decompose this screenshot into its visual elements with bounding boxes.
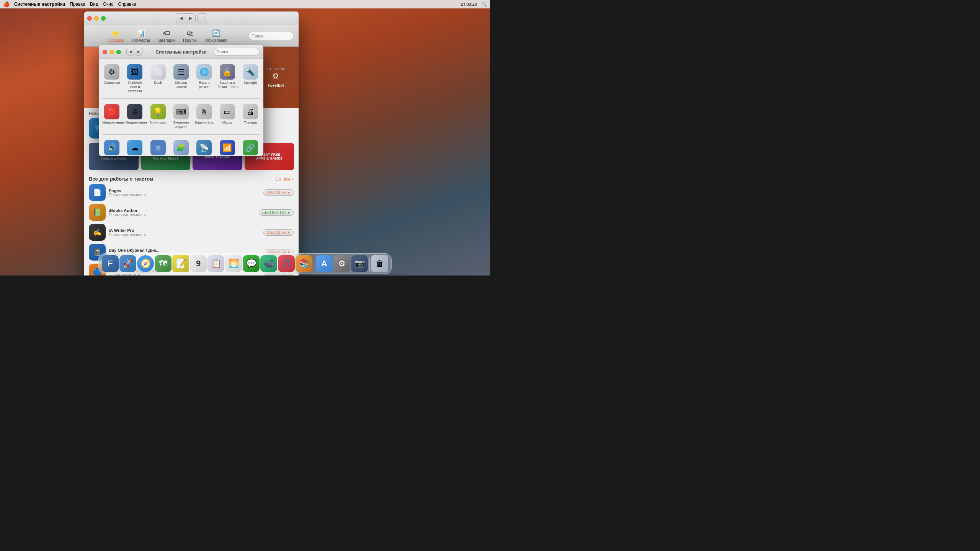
keyboard-label: Экономия энергии — [172, 121, 191, 129]
syspref-monitor[interactable]: 🖥 Уведомления — [123, 102, 146, 131]
dock-item-maps[interactable]: 🗺 — [155, 255, 172, 272]
sysprefs-forward-button[interactable]: ▶ — [135, 48, 142, 55]
dock-item-trash[interactable]: 🗑 — [371, 255, 388, 272]
syspref-mouse[interactable]: 🖱 Клавиатура — [193, 102, 216, 131]
menu-okno[interactable]: Окно — [103, 2, 114, 7]
energy-label: Мониторы — [150, 121, 166, 125]
menubar: 🍎 Системные настройки Правка Вид Окно Сп… — [0, 0, 490, 8]
sysprefs-section-3: 🔊 Звук ☁ iCloud @ Уч. записи Интернета 🧩… — [99, 135, 263, 156]
syspref-notif[interactable]: 🔴 Уведомления — [100, 102, 123, 131]
monitor-icon: 🖥 — [127, 104, 142, 119]
sysprefs-search-input[interactable] — [214, 48, 260, 55]
search-input[interactable] — [248, 32, 294, 40]
app-row-ibooks: 📗 iBooks Author Производительность БЕСПЛ… — [89, 204, 294, 221]
syspref-printer[interactable]: 🖨 Трекпад — [239, 102, 262, 131]
syspref-sound[interactable]: 🔊 Звук — [100, 138, 123, 156]
dock-item-notes[interactable]: 📋 — [207, 255, 224, 272]
syspref-keyboard[interactable]: ⌨ Экономия энергии — [170, 102, 193, 131]
dock-item-sysprefs[interactable]: ⚙ — [333, 255, 350, 272]
dock-item-messages[interactable]: 💬 — [243, 255, 260, 272]
sysprefs-min-button[interactable] — [109, 50, 114, 54]
sysprefs-titlebar: ◀ ▶ Системные настройки — [99, 45, 263, 59]
syspref-internet[interactable]: @ Уч. записи Интернета — [147, 138, 170, 156]
dock-item-photos[interactable]: 🌅 — [225, 255, 242, 272]
dock-item-ibooks[interactable]: 📚 — [296, 255, 312, 272]
dock-item-music[interactable]: 🎵 — [278, 255, 295, 272]
categories-icon: 🏷 — [163, 29, 170, 37]
syspref-icloud[interactable]: ☁ iCloud — [123, 138, 146, 156]
desktop-label: Рабочий стол и заставка — [125, 81, 144, 93]
syspref-network[interactable]: 📡 Сеть — [193, 138, 216, 156]
internet-icon: @ — [150, 140, 166, 155]
sharing-icon: 🔗 — [243, 140, 258, 155]
energy-icon: 💡 — [150, 104, 166, 119]
syspref-bluetooth[interactable]: 📶 Bluetooth — [216, 138, 238, 156]
syspref-sharing[interactable]: 🔗 Общий доступ — [239, 138, 262, 156]
extensions-icon: 🧩 — [173, 140, 189, 155]
syspref-lang[interactable]: 🌐 Язык и регион — [193, 62, 216, 95]
syspref-desktop[interactable]: 🖼 Рабочий стол и заставка — [123, 62, 146, 95]
dock-item-safari[interactable]: 🧭 — [137, 255, 154, 272]
spotlight-icon: 🔦 — [243, 64, 258, 80]
tab-featured[interactable]: ⭐ Подборка — [106, 29, 124, 42]
syspref-osnovy[interactable]: ⚙ Основные — [100, 62, 123, 95]
sysprefs-close-button[interactable] — [103, 50, 107, 54]
see-all-text[interactable]: См. все > — [276, 177, 294, 181]
menu-pravka[interactable]: Правка — [70, 2, 85, 7]
dock-item-iphoto[interactable]: 📷 — [351, 255, 368, 272]
notif-label: Уведомления — [102, 121, 121, 125]
menu-spravka[interactable]: Справка — [118, 2, 136, 7]
trackpad-icon: ▭ — [220, 104, 235, 119]
price-ibooks[interactable]: БЕСПЛАТНО ▼ — [259, 209, 294, 216]
sound-icon: 🔊 — [104, 140, 119, 155]
sysprefs-max-button[interactable] — [116, 50, 121, 54]
app-name[interactable]: Системные настройки — [14, 2, 65, 7]
syspref-trackpad[interactable]: ▭ Мышь — [216, 102, 238, 131]
dock-item-finder[interactable]: F — [102, 255, 119, 272]
monitor-label: Уведомления — [125, 121, 144, 125]
menu-vid[interactable]: Вид — [90, 2, 98, 7]
tab-topcharts[interactable]: 📊 Топ-чарты — [132, 29, 150, 42]
back-button[interactable]: ◀ — [176, 13, 186, 23]
sysprefs-window: ◀ ▶ Системные настройки ⚙ Основные 🖼 Раб… — [99, 45, 263, 156]
osnovy-label: Основные — [104, 81, 120, 85]
syspref-energy[interactable]: 💡 Мониторы — [147, 102, 170, 131]
dock-item-appstore[interactable]: A — [316, 255, 333, 272]
app-icon-pages[interactable]: 📄 — [89, 184, 106, 201]
tab-updates[interactable]: 🔄 Обновления — [205, 29, 227, 42]
app-icon-ibooks[interactable]: 📗 — [89, 204, 106, 221]
printer-icon: 🖨 — [243, 104, 258, 119]
network-icon: 📡 — [196, 140, 212, 155]
dock-label: Dock — [154, 81, 162, 85]
dock-divider — [314, 258, 314, 272]
app-icon-iawriter[interactable]: ✍ — [89, 224, 106, 241]
search-icon[interactable]: 🔍 — [482, 2, 487, 7]
tab-purchases[interactable]: 🛍 Покупки — [183, 29, 198, 42]
close-button[interactable] — [87, 16, 92, 21]
grid-button[interactable]: ⋮⋮ — [197, 13, 207, 23]
sysprefs-back-button[interactable]: ◀ — [126, 48, 134, 55]
dock-item-stickies[interactable]: 📝 — [172, 255, 189, 272]
minimize-button[interactable] — [94, 16, 99, 21]
dock-item-launchpad[interactable]: 🚀 — [119, 255, 136, 272]
featured-icon: ⭐ — [111, 29, 119, 37]
syspref-dock[interactable]: ⬜ Dock — [147, 62, 170, 95]
syspref-extensions[interactable]: 🧩 Расширения — [170, 138, 193, 156]
sysprefs-section-1: ⚙ Основные 🖼 Рабочий стол и заставка ⬜ D… — [99, 59, 263, 98]
maximize-button[interactable] — [101, 16, 106, 21]
price-pages[interactable]: USD 19.99 ▼ — [263, 189, 294, 196]
sysprefs-section-2: 🔴 Уведомления 🖥 Уведомления 💡 Мониторы ⌨… — [99, 99, 263, 134]
purchases-icon: 🛍 — [187, 29, 194, 37]
printer-label: Трекпад — [244, 121, 257, 125]
dock-item-calendar[interactable]: 9 — [190, 255, 207, 272]
syspref-mission[interactable]: ☰ Mission Control — [170, 62, 193, 95]
syspref-security[interactable]: 🔒 Защита и безоп...ность — [216, 62, 238, 95]
apple-menu[interactable]: 🍎 — [3, 1, 10, 7]
syspref-spotlight[interactable]: 🔦 Spotlight — [239, 62, 262, 95]
icloud-icon: ☁ — [127, 140, 142, 155]
tab-categories[interactable]: 🏷 Категории — [157, 29, 175, 42]
price-iawriter[interactable]: USD 19.99 ▼ — [263, 229, 294, 236]
dock-item-facetime[interactable]: 📹 — [260, 255, 277, 272]
forward-button[interactable]: ▶ — [186, 13, 196, 23]
desktop-icon: 🖼 — [127, 64, 142, 80]
